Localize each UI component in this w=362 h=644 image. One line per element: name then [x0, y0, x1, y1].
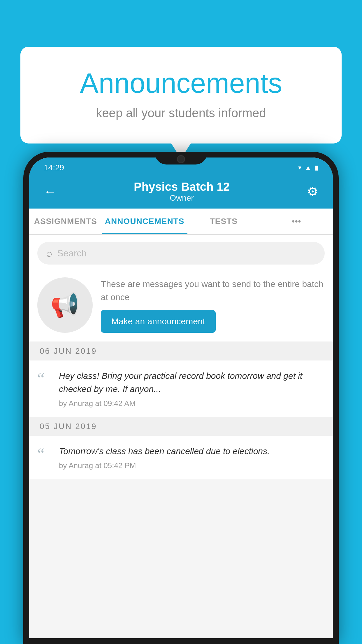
tabs-container: ASSIGNMENTS ANNOUNCEMENTS TESTS •••	[29, 209, 333, 235]
phone-frame: 14:29 ▾ ▲ ▮ ← Physics Batch 12 Owner ⚙ A…	[23, 152, 339, 644]
phone-screen: 14:29 ▾ ▲ ▮ ← Physics Batch 12 Owner ⚙ A…	[29, 158, 333, 638]
date-separator-2: 05 JUN 2019	[29, 417, 333, 436]
announcement-meta-2: by Anurag at 05:42 PM	[59, 461, 325, 470]
megaphone-icon-circle: 📢	[37, 277, 93, 333]
tab-tests[interactable]: TESTS	[187, 209, 260, 234]
tab-assignments[interactable]: ASSIGNMENTS	[29, 209, 102, 234]
back-button[interactable]: ←	[41, 181, 59, 202]
quote-icon-1: “	[37, 369, 52, 387]
hero-section: Announcements keep all your students inf…	[20, 47, 342, 144]
make-announcement-button[interactable]: Make an announcement	[101, 310, 216, 333]
page-subtitle: Owner	[59, 193, 304, 203]
speech-bubble: Announcements keep all your students inf…	[20, 47, 342, 144]
tab-more[interactable]: •••	[260, 209, 333, 234]
announcement-content-2: Tomorrow's class has been cancelled due …	[59, 444, 325, 470]
status-time: 14:29	[44, 163, 64, 172]
announcement-text-2: Tomorrow's class has been cancelled due …	[59, 444, 325, 458]
bubble-subtitle: keep all your students informed	[44, 106, 318, 120]
megaphone-icon: 📢	[50, 291, 80, 319]
announcement-promo: 📢 These are messages you want to send to…	[29, 272, 333, 342]
phone-notch	[155, 152, 207, 164]
signal-icon: ▲	[305, 164, 311, 172]
announcement-item-2[interactable]: “ Tomorrow's class has been cancelled du…	[29, 436, 333, 479]
content-area: ⌕ Search 📢 These are messages you want t…	[29, 235, 333, 479]
quote-icon-2: “	[37, 444, 52, 462]
status-icons: ▾ ▲ ▮	[298, 164, 318, 172]
announcement-text-1: Hey class! Bring your practical record b…	[59, 369, 325, 396]
header-title-group: Physics Batch 12 Owner	[59, 180, 304, 203]
search-bar[interactable]: ⌕ Search	[37, 242, 325, 265]
gear-icon[interactable]: ⚙	[304, 181, 321, 202]
tab-announcements[interactable]: ANNOUNCEMENTS	[102, 209, 187, 234]
announcement-item-1[interactable]: “ Hey class! Bring your practical record…	[29, 360, 333, 417]
promo-description: These are messages you want to send to t…	[101, 277, 325, 304]
announcement-meta-1: by Anurag at 09:42 AM	[59, 399, 325, 408]
date-separator-1: 06 JUN 2019	[29, 342, 333, 360]
promo-content: These are messages you want to send to t…	[101, 277, 325, 333]
wifi-icon: ▾	[298, 164, 301, 172]
search-icon: ⌕	[46, 247, 52, 259]
phone-camera	[177, 155, 185, 163]
bubble-title: Announcements	[44, 67, 318, 99]
search-input-label[interactable]: Search	[57, 248, 87, 259]
announcement-content-1: Hey class! Bring your practical record b…	[59, 369, 325, 408]
battery-icon: ▮	[315, 164, 318, 172]
app-header: ← Physics Batch 12 Owner ⚙	[29, 175, 333, 209]
page-title: Physics Batch 12	[59, 180, 304, 193]
